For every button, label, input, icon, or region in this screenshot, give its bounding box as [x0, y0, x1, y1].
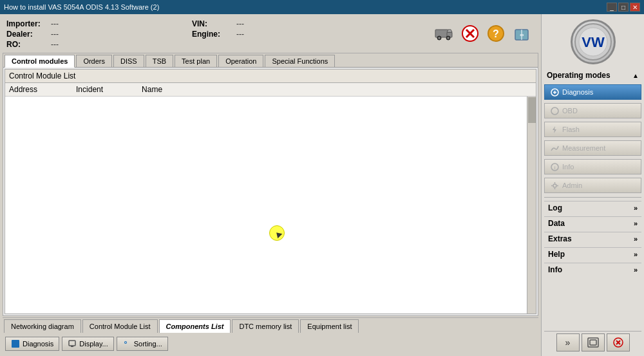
tab-operation[interactable]: Operation [218, 55, 263, 67]
mode-admin-button[interactable]: Admin [544, 178, 641, 193]
bottom-right-controls: » [544, 331, 641, 353]
bottom-tabs: Networking diagram Control Module List C… [3, 317, 538, 333]
svg-text:⇔: ⇔ [520, 32, 524, 38]
tab-dtc-memory-list[interactable]: DTC memory list [232, 319, 299, 333]
operating-modes-header[interactable]: Operating modes ▲ [544, 69, 641, 82]
tab-networking-diagram[interactable]: Networking diagram [4, 319, 81, 333]
cursor-indicator [269, 225, 285, 241]
module-content [5, 97, 536, 314]
forward-button[interactable]: » [556, 333, 580, 351]
operating-modes-label: Operating modes [547, 71, 611, 80]
logo-area: VW [544, 17, 641, 67]
info-mode-icon: i [550, 162, 559, 171]
module-panel: Control Module List Address Incident Nam… [5, 69, 536, 314]
data-chevron: » [634, 220, 638, 227]
svg-marker-2 [447, 30, 452, 32]
operating-modes-chevron: ▲ [632, 72, 639, 79]
mode-info-button[interactable]: i Info [544, 159, 641, 174]
main-container: Importer: --- Dealer: --- RO: --- VIN: -… [0, 14, 644, 356]
tab-control-modules[interactable]: Control modules [5, 55, 75, 68]
scrollbar[interactable] [527, 97, 536, 314]
delete-icon[interactable] [459, 22, 482, 45]
importer-value: --- [51, 19, 59, 28]
help-section[interactable]: Help » [544, 247, 641, 261]
tab-orders[interactable]: Orders [76, 55, 112, 67]
col-incident: Incident [76, 85, 103, 94]
engine-row: Engine: --- [192, 30, 426, 39]
dealer-row: Dealer: --- [6, 30, 187, 39]
engine-value: --- [236, 30, 244, 39]
mode-diagnosis-button[interactable]: Diagnosis [544, 84, 641, 100]
info-section[interactable]: Info » [544, 263, 641, 276]
log-section[interactable]: Log » [544, 201, 641, 214]
svg-point-20 [125, 342, 126, 343]
toolbar-icons: ? ⇔ [431, 19, 535, 48]
connect-icon[interactable]: ⇔ [510, 23, 533, 46]
tab-test-plan[interactable]: Test plan [175, 55, 217, 67]
tab-diss[interactable]: DISS [113, 55, 144, 67]
mode-measurement-button[interactable]: Measurement [544, 140, 641, 156]
fullscreen-button[interactable] [582, 333, 605, 351]
cursor-arrow [274, 230, 283, 239]
minimize-button[interactable]: _ [607, 3, 617, 12]
vin-value: --- [236, 19, 244, 28]
tab-components-list[interactable]: Components List [159, 319, 231, 333]
flash-mode-icon [550, 125, 559, 134]
ro-label: RO: [6, 40, 48, 49]
svg-point-31 [553, 184, 556, 187]
help-icon[interactable]: ? [484, 22, 507, 45]
svg-point-27 [551, 108, 558, 115]
vw-logo: VW [571, 19, 616, 64]
vin-label: VIN: [192, 19, 234, 28]
close-right-button[interactable] [607, 333, 630, 351]
tab-equipment-list[interactable]: Equipment list [300, 319, 359, 333]
dealer-label: Dealer: [6, 30, 48, 39]
svg-rect-0 [435, 30, 448, 37]
divider-1 [544, 197, 641, 198]
info-left: Importer: --- Dealer: --- RO: --- [6, 19, 187, 49]
action-bar: Diagnosis Display... [3, 334, 538, 353]
svg-rect-17 [71, 346, 73, 347]
module-header: Address Incident Name [5, 83, 536, 97]
left-panel: Importer: --- Dealer: --- RO: --- VIN: -… [0, 14, 541, 356]
ro-value: --- [51, 40, 59, 49]
mode-flash-button[interactable]: Flash [544, 122, 641, 137]
title-bar: How to install VAS 5054A ODIS 4.13 Softw… [0, 0, 644, 14]
ro-row: RO: --- [6, 40, 187, 49]
svg-marker-28 [553, 126, 556, 133]
svg-point-6 [448, 37, 450, 39]
vehicle-icon[interactable] [433, 22, 456, 45]
tab-control-module-list-bottom[interactable]: Control Module List [82, 319, 158, 333]
importer-label: Importer: [6, 19, 48, 28]
extras-chevron: » [634, 235, 638, 243]
scroll-thumb[interactable] [528, 97, 536, 123]
col-address: Address [9, 85, 37, 94]
close-window-button[interactable]: ✕ [630, 3, 640, 12]
right-panel: VW Operating modes ▲ Diagnosis [541, 14, 644, 356]
tab-special-functions[interactable]: Special Functions [265, 55, 335, 67]
maximize-button[interactable]: □ [618, 3, 629, 12]
display-button-icon [68, 339, 77, 348]
diagnosis-mode-icon [550, 88, 559, 97]
vin-row: VIN: --- [192, 19, 426, 28]
tab-tsb[interactable]: TSB [146, 55, 173, 67]
extras-section[interactable]: Extras » [544, 232, 641, 245]
svg-rect-37 [590, 340, 596, 345]
app-title: How to install VAS 5054A ODIS 4.13 Softw… [4, 3, 159, 11]
display-button[interactable]: Display... [62, 337, 113, 351]
data-section[interactable]: Data » [544, 216, 641, 230]
measurement-mode-icon [550, 144, 559, 153]
module-title: Control Module List [5, 70, 536, 83]
sorting-button[interactable]: Sorting... [117, 337, 168, 351]
svg-point-4 [439, 37, 440, 39]
tabs-container: Control modules Orders DISS TSB Test pla… [3, 53, 538, 316]
diagnosis-button[interactable]: Diagnosis [5, 337, 59, 351]
svg-rect-15 [12, 340, 19, 348]
svg-text:i: i [554, 165, 555, 171]
mode-obd-button[interactable]: OBD [544, 103, 641, 118]
svg-rect-16 [69, 341, 75, 346]
log-chevron: » [634, 204, 638, 212]
info-right: VIN: --- Engine: --- [192, 19, 426, 39]
tabs-bar: Control modules Orders DISS TSB Test pla… [3, 53, 538, 68]
engine-label: Engine: [192, 30, 234, 39]
